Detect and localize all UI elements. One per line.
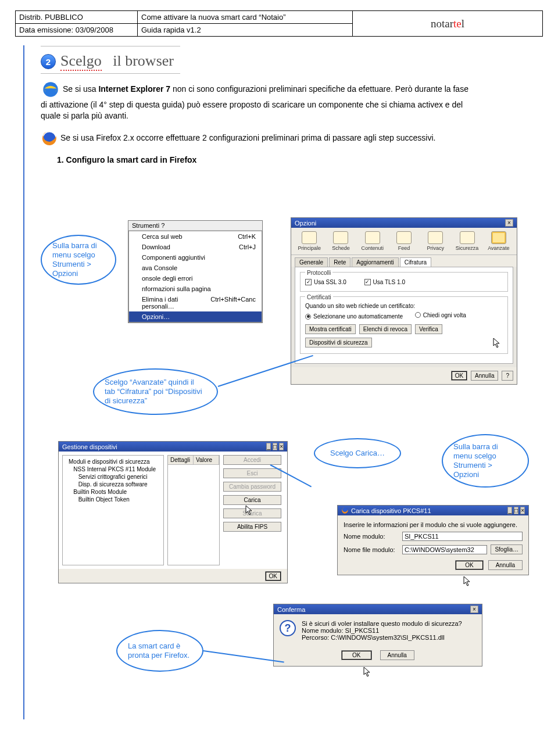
cursor-icon — [245, 505, 253, 515]
minimize-icon[interactable]: _ — [266, 443, 271, 450]
left-rule — [23, 45, 24, 719]
screenshot-opzioni-dialog: Opzioni× Principale Schede Contenuti Fee… — [291, 217, 517, 385]
callout-bubble: La smart card è pronta per Firefox. — [116, 630, 203, 672]
btn-abilita-fips[interactable]: Abilita FIPS — [223, 522, 281, 532]
callout-text: Sulla barra di menu scelgo Strumenti > O… — [453, 442, 517, 480]
btn-accedi[interactable]: Accedi — [223, 455, 281, 465]
tab-cifratura[interactable]: Cifratura — [400, 257, 431, 267]
menu-item[interactable]: ava Console — [129, 263, 262, 273]
fieldset-legend: Certificati — [305, 294, 333, 300]
checkbox-ssl[interactable]: ✓Usa SSL 3.0 — [305, 279, 346, 285]
substep-heading: 1. Configuro la smart card in Firefox — [57, 155, 543, 164]
dialog-title: Carica dispositivo PKCS#11 — [351, 507, 431, 514]
screenshot-conferma-dialog: Conferma× ? Si è sicuri di voler install… — [273, 604, 482, 667]
callout-bubble: Scelgo “Avanzate” quindi il tab “Cifratu… — [93, 368, 218, 415]
step-title-word: il browser — [113, 52, 174, 69]
ok-button[interactable]: OK — [341, 650, 371, 660]
btn-sfoglia[interactable]: Sfoglia… — [491, 544, 523, 554]
divider — [41, 73, 180, 74]
close-icon[interactable]: × — [520, 507, 525, 514]
callout-text: Scelgo “Avanzate” quindi il tab “Cifratu… — [105, 378, 206, 406]
maximize-icon[interactable]: □ — [273, 443, 277, 450]
label-file-modulo: Nome file modulo: — [344, 546, 399, 553]
cancel-button[interactable]: Annulla — [471, 371, 498, 381]
minimize-icon[interactable]: _ — [507, 507, 512, 514]
dialog-title: Opzioni — [295, 220, 316, 227]
opzioni-category-row: Principale Schede Contenuti Feed Privacy… — [291, 228, 517, 255]
conf-line: Percorso: C:\WINDOWS\system32\SI_PKCS11.… — [302, 634, 462, 641]
btn-mostra-cert[interactable]: Mostra certificati — [305, 324, 356, 334]
conf-line: Si è sicuri di voler installare questo m… — [302, 620, 462, 627]
btn-cambia-pw[interactable]: Cambia password — [223, 482, 281, 492]
pk-intro: Inserire le informazioni per il modulo c… — [344, 521, 523, 528]
menu-item[interactable]: onsole degli errori — [129, 273, 262, 284]
cat-sicurezza[interactable]: Sicurezza — [453, 231, 482, 251]
close-icon[interactable]: × — [505, 219, 513, 227]
callout-bubble: Scelgo Carica… — [314, 438, 401, 468]
checkbox-tls[interactable]: ✓Usa TLS 1.0 — [364, 279, 405, 285]
radio-auto[interactable]: Selezionane uno automaticamente — [305, 313, 403, 320]
cancel-button[interactable]: Annulla — [488, 560, 523, 570]
ok-button[interactable]: OK — [455, 560, 483, 570]
input-nome-modulo[interactable] — [402, 532, 523, 541]
btn-carica[interactable]: Carica — [223, 495, 281, 505]
ie-icon — [41, 80, 60, 99]
menubar: Strumenti ? — [128, 221, 262, 231]
details-table: DettagliValore — [167, 455, 220, 565]
menu-item[interactable]: Cerca sul webCtrl+K — [129, 231, 262, 242]
divider — [41, 46, 180, 46]
menu-item[interactable]: Elimina i dati personali…Ctrl+Shift+Canc — [129, 294, 262, 311]
step-title-word: Scelgo — [60, 52, 102, 71]
dropdown-menu: Cerca sul webCtrl+K DownloadCtrl+J Compo… — [128, 231, 262, 323]
cancel-button[interactable]: Annulla — [380, 650, 414, 660]
tab-generale[interactable]: Generale — [295, 257, 328, 267]
dialog-title: Conferma — [277, 606, 305, 613]
close-icon[interactable]: × — [470, 605, 478, 613]
cat-feed[interactable]: Feed — [389, 231, 419, 251]
help-button[interactable]: ? — [502, 371, 513, 381]
cursor-icon — [493, 338, 501, 348]
btn-esci[interactable]: Esci — [223, 468, 281, 478]
paragraph-ff: Se si usa Firefox 2.x occorre effettuare… — [41, 130, 471, 147]
menu-item[interactable]: Componenti aggiuntivi — [129, 252, 262, 263]
callout-text: Scelgo Carica… — [330, 449, 385, 458]
question-icon: ? — [280, 620, 296, 636]
screenshot-carica-pkcs11: Carica dispositivo PKCS#11 _ □ × Inserir… — [337, 505, 529, 575]
screenshot-strumenti-menu: Strumenti ? Cerca sul webCtrl+K Download… — [128, 220, 263, 323]
hdr-cell: Come attivare la nuova smart card “Notai… — [138, 11, 353, 24]
device-tree[interactable]: Moduli e dispositivi di sicurezza NSS In… — [62, 455, 164, 565]
btn-elenchi[interactable]: Elenchi di revoca — [359, 324, 412, 334]
menu-item[interactable]: nformazioni sulla pagina — [129, 284, 262, 294]
cat-contenuti[interactable]: Contenuti — [358, 231, 387, 251]
svg-rect-1 — [44, 88, 58, 91]
callout-bubble: Sulla barra di menu scelgo Strumenti > O… — [442, 434, 529, 488]
cat-avanzate[interactable]: Avanzate — [484, 231, 513, 251]
btn-verifica[interactable]: Verifica — [415, 324, 442, 334]
close-icon[interactable]: × — [279, 443, 284, 450]
callout-text: Sulla barra di menu scelgo Strumenti > O… — [52, 241, 105, 279]
step-number-badge: 2 — [41, 54, 56, 69]
brand-logo: notartel — [353, 11, 543, 37]
menu-item[interactable]: DownloadCtrl+J — [129, 242, 262, 252]
ok-button[interactable]: OK — [265, 571, 281, 581]
cat-schede[interactable]: Schede — [326, 231, 355, 251]
cat-privacy[interactable]: Privacy — [421, 231, 450, 251]
tab-rete[interactable]: Rete — [329, 257, 350, 267]
cursor-icon — [463, 576, 471, 586]
dialog-title: Gestione dispositivi — [62, 443, 117, 450]
radio-ask[interactable]: Chiedi ogni volta — [415, 312, 466, 318]
maximize-icon[interactable]: □ — [514, 507, 518, 514]
hdr-cell: Guida rapida v1.2 — [138, 24, 353, 37]
doc-header: Distrib. PUBBLICO Come attivare la nuova… — [15, 10, 543, 37]
hdr-cell: Distrib. PUBBLICO — [16, 11, 138, 24]
cat-principale[interactable]: Principale — [295, 231, 324, 251]
tab-aggiornamenti[interactable]: Aggiornamenti — [352, 257, 398, 267]
ok-button[interactable]: OK — [451, 371, 467, 381]
btn-dispositivi[interactable]: Dispositivi di sicurezza — [305, 338, 372, 347]
firefox-icon — [341, 507, 349, 514]
input-file-modulo[interactable] — [402, 545, 487, 554]
callout-bubble: Sulla barra di menu scelgo Strumenti > O… — [41, 235, 116, 285]
menu-item-opzioni[interactable]: Opzioni… — [129, 311, 262, 322]
paragraph-ie: Se si usa Internet Explorer 7 non ci son… — [41, 80, 471, 121]
fieldset-legend: Protocolli — [305, 270, 332, 276]
